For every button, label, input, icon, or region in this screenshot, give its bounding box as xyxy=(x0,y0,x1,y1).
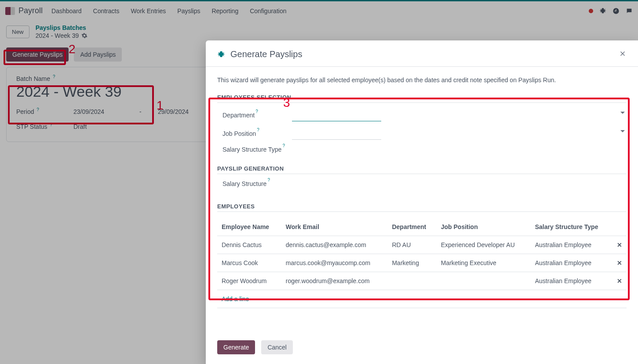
cell-dept[interactable]: RD AU xyxy=(387,236,436,254)
cancel-button[interactable]: Cancel xyxy=(261,340,293,354)
employees-table: Employee Name Work Email Department Job … xyxy=(217,218,627,290)
job-position-label: Job Position xyxy=(222,130,256,137)
table-row[interactable]: Roger Woodrumroger.woodrum@example.comAu… xyxy=(217,272,627,290)
help-icon[interactable]: ? xyxy=(257,127,259,132)
delete-row-icon[interactable]: ✕ xyxy=(612,254,627,272)
help-icon[interactable]: ? xyxy=(255,109,258,114)
cell-email[interactable]: dennis.cactus@example.com xyxy=(281,236,388,254)
cell-name[interactable]: Dennis Cactus xyxy=(217,236,281,254)
cell-name[interactable]: Roger Woodrum xyxy=(217,272,281,290)
modal-title: Generate Payslips xyxy=(230,49,302,59)
generate-button[interactable]: Generate xyxy=(217,340,255,354)
chevron-down-icon[interactable] xyxy=(620,130,625,135)
modal-body: This wizard will generate payslips for a… xyxy=(206,67,638,333)
salary-structure-label: Salary Structure xyxy=(222,180,266,187)
th-actions xyxy=(612,218,627,236)
salary-structure-type-label: Salary Structure Type xyxy=(222,146,281,153)
section-employees: EMPLOYEES xyxy=(217,203,627,212)
modal-footer: Generate Cancel xyxy=(206,333,638,364)
delete-row-icon[interactable]: ✕ xyxy=(612,236,627,254)
cell-name[interactable]: Marcus Cook xyxy=(217,254,281,272)
cell-job[interactable]: Experienced Developer AU xyxy=(437,236,531,254)
bug-icon[interactable] xyxy=(217,51,225,58)
table-row[interactable]: Dennis Cactusdennis.cactus@example.comRD… xyxy=(217,236,627,254)
cell-job[interactable]: Marketing Executive xyxy=(437,254,531,272)
section-employees-selection: EMPLOYEES SELECTION xyxy=(217,94,627,103)
cell-sst[interactable]: Australian Employee xyxy=(531,254,612,272)
cell-email[interactable]: marcus.cook@myaucomp.com xyxy=(281,254,388,272)
generate-payslips-modal: Generate Payslips This wizard will gener… xyxy=(206,40,638,364)
department-input[interactable] xyxy=(292,109,381,121)
th-job-position[interactable]: Job Position xyxy=(437,218,531,236)
section-payslip-generation: PAYSLIP GENERATION xyxy=(217,165,627,174)
help-icon[interactable]: ? xyxy=(267,178,270,182)
table-header-row: Employee Name Work Email Department Job … xyxy=(217,218,627,236)
annotation-number-3: 3 xyxy=(283,96,290,110)
close-icon[interactable] xyxy=(619,50,627,59)
job-position-input[interactable] xyxy=(292,127,381,140)
table-row[interactable]: Marcus Cookmarcus.cook@myaucomp.comMarke… xyxy=(217,254,627,272)
cell-dept[interactable]: Marketing xyxy=(387,254,436,272)
th-salary-structure-type[interactable]: Salary Structure Type xyxy=(531,218,612,236)
chevron-down-icon[interactable] xyxy=(620,112,625,116)
cell-dept[interactable] xyxy=(387,272,436,290)
modal-header: Generate Payslips xyxy=(206,40,638,67)
add-a-line[interactable]: Add a line xyxy=(217,290,627,308)
help-icon[interactable]: ? xyxy=(282,143,285,148)
cell-sst[interactable]: Australian Employee xyxy=(531,236,612,254)
department-label: Department xyxy=(222,112,255,119)
delete-row-icon[interactable]: ✕ xyxy=(612,272,627,290)
th-work-email[interactable]: Work Email xyxy=(281,218,388,236)
cell-job[interactable] xyxy=(437,272,531,290)
th-department[interactable]: Department xyxy=(387,218,436,236)
th-employee-name[interactable]: Employee Name xyxy=(217,218,281,236)
modal-intro-text: This wizard will generate payslips for a… xyxy=(217,76,627,84)
cell-email[interactable]: roger.woodrum@example.com xyxy=(281,272,388,290)
cell-sst[interactable]: Australian Employee xyxy=(531,272,612,290)
